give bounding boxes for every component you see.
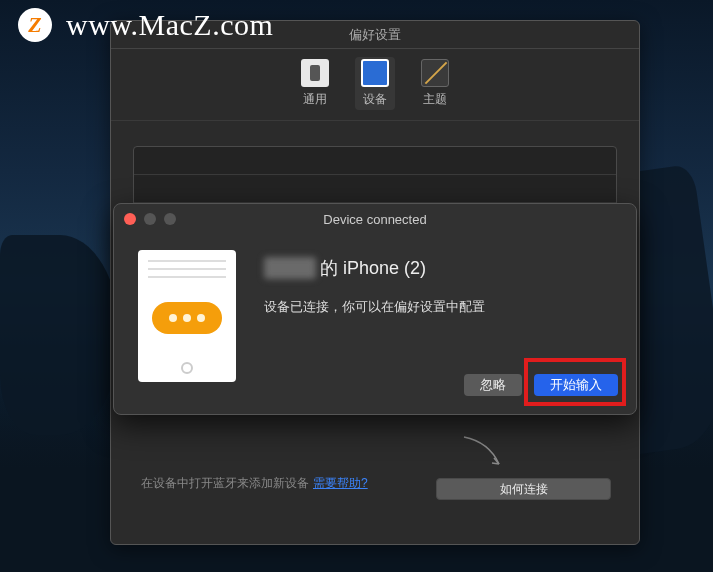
how-connect-button[interactable]: 如何连接	[436, 478, 611, 500]
phone-illustration	[138, 250, 236, 382]
start-input-button[interactable]: 开始输入	[534, 374, 618, 396]
list-item[interactable]	[134, 175, 616, 203]
tab-general-label: 通用	[303, 91, 327, 108]
blurred-name	[264, 257, 316, 279]
dialog-buttons: 忽略 开始输入	[464, 374, 618, 396]
list-item[interactable]	[134, 147, 616, 175]
help-link[interactable]: 需要帮助?	[313, 475, 368, 492]
device-name: 的 iPhone (2)	[264, 256, 612, 280]
watermark: Z www.MacZ.com	[18, 8, 273, 42]
dialog-description: 设备已连接，你可以在偏好设置中配置	[264, 298, 612, 316]
arrow-icon	[459, 432, 509, 472]
dialog-titlebar: Device connected	[114, 204, 636, 234]
help-text: 在设备中打开蓝牙来添加新设备	[141, 475, 309, 492]
device-name-suffix: 的 iPhone (2)	[320, 256, 426, 280]
dialog-text: 的 iPhone (2) 设备已连接，你可以在偏好设置中配置	[264, 250, 612, 382]
tab-device[interactable]: 设备	[355, 57, 395, 110]
general-icon	[301, 59, 329, 87]
tab-general[interactable]: 通用	[295, 57, 335, 110]
home-button-icon	[181, 362, 193, 374]
watermark-logo: Z	[18, 8, 52, 42]
typing-bubble-icon	[152, 302, 222, 334]
ignore-button[interactable]: 忽略	[464, 374, 522, 396]
theme-icon	[421, 59, 449, 87]
device-icon	[361, 59, 389, 87]
dialog-title: Device connected	[114, 212, 636, 227]
tab-theme[interactable]: 主题	[415, 57, 455, 110]
device-connected-dialog: Device connected 的 iPhone (2) 设备已连接，你可以在…	[113, 203, 637, 415]
preferences-tabs: 通用 设备 主题	[111, 49, 639, 121]
tab-device-label: 设备	[363, 91, 387, 108]
watermark-text: www.MacZ.com	[66, 8, 273, 42]
tab-theme-label: 主题	[423, 91, 447, 108]
